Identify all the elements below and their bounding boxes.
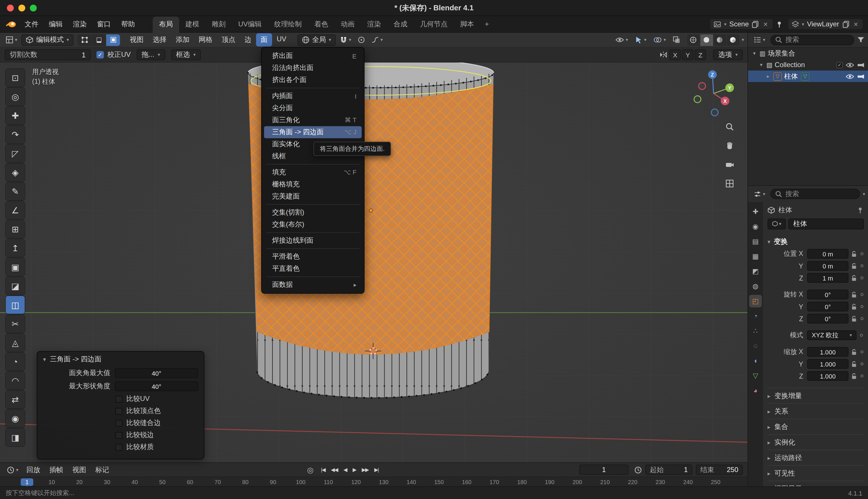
menu-item[interactable]: 栅格填充 ▸ [264,178,362,191]
tool-button[interactable]: ✂ [6,315,25,333]
menu-item[interactable]: 焊接边线到面 ▸ [264,234,362,247]
viewport-menu[interactable]: 顶点 [217,33,240,47]
tool-button[interactable]: ⊞ [6,220,25,238]
editor-type-button[interactable]: ▾ [3,35,20,45]
frame-start-field[interactable]: 起始 1 [645,465,692,475]
properties-tab[interactable]: ◍ [749,280,762,293]
cuts-number-field[interactable]: 切割次数 1 [4,49,91,60]
checkbox-row[interactable]: 比较UV [37,393,204,405]
camera-visibility-icon[interactable] [857,61,865,69]
viewlayer-selector[interactable]: ▾ ViewLayer ✕ [788,19,864,30]
workspace-tab[interactable]: 脚本 [454,16,480,33]
number-field[interactable]: 0 m [807,261,848,271]
blender-logo-icon[interactable] [6,20,16,28]
number-field[interactable]: 0 m [807,249,848,259]
animate-dot-icon[interactable] [860,305,864,308]
tool-button[interactable]: ◔ [6,353,25,370]
orientation-dropdown[interactable]: 全局 ▾ [297,34,335,46]
xray-toggle[interactable] [670,35,682,45]
snap-toggle[interactable]: ▾ [337,35,353,45]
close-window-button[interactable] [7,4,14,11]
properties-tab[interactable]: ◕ [749,384,762,397]
exclude-checkbox[interactable]: ✓ [836,62,843,68]
number-field[interactable]: 1.000 [807,359,848,369]
panel-section[interactable]: ▸ 关系 [768,403,864,419]
shading-solid-button[interactable] [700,34,713,46]
properties-tab[interactable]: ∴ [749,325,762,337]
tool-button[interactable]: ◸ [6,145,25,162]
transport-button[interactable]: ◀◀ [328,466,341,474]
number-field[interactable]: 1.000 [807,347,848,357]
animate-dot-icon[interactable] [860,334,863,337]
workspace-tab[interactable]: 几何节点 [414,16,454,33]
expand-arrow-icon[interactable]: ▾ [751,50,757,56]
menubar-menu[interactable]: 帮助 [116,17,140,31]
timeline-menu[interactable]: 标记 [91,464,114,476]
panel-section[interactable]: ▸ 集合 [768,419,864,434]
eye-icon[interactable] [846,62,854,68]
copy-viewlayer-icon[interactable] [842,20,849,28]
options-dropdown[interactable]: 选项 ▾ [713,49,743,60]
properties-tab[interactable]: ◖ [749,354,762,367]
workspace-tab[interactable]: 着色 [308,16,334,33]
outliner-editor-type-button[interactable]: ▾ [751,35,768,45]
menu-item[interactable]: 完美建面 ▸ [264,191,362,203]
menu-item[interactable]: 沿法向挤出面 ▸ [264,62,362,74]
number-field[interactable]: 0° [807,302,848,312]
timeline-menu[interactable]: 视图 [68,464,91,476]
tool-button[interactable]: ↷ [6,126,25,143]
panel-section[interactable]: ▸ 视图显示 [768,480,864,486]
menu-item[interactable]: 内插面 I ▸ [264,90,362,102]
minimize-window-button[interactable] [19,4,25,11]
menu-item[interactable]: 平直着色 ▸ [264,263,362,275]
workspace-tab[interactable]: 动画 [334,16,361,33]
lock-icon[interactable] [851,291,857,298]
timeline-ruler[interactable]: 1020304050607080901001101201301401501601… [0,477,747,487]
object-name-field[interactable]: 柱体 [788,218,864,229]
timeline-menu[interactable]: 插帧 [45,464,68,476]
axis-neg-x-ball[interactable] [699,83,705,89]
transport-button[interactable]: ▶ [349,466,359,474]
panel-section[interactable]: ▸ 实例化 [768,434,864,450]
camera-view-icon[interactable] [722,158,737,171]
menubar-menu[interactable]: 窗口 [92,17,116,31]
animate-dot-icon[interactable] [860,375,864,377]
checkbox-row[interactable]: 比较顶点色 [37,405,204,417]
transport-button[interactable]: ▶▶ [359,466,371,474]
zoom-window-button[interactable] [30,4,37,11]
properties-tab[interactable]: ◰ [749,295,762,307]
menu-item[interactable]: 面三角化 ⌘ T ▸ [264,114,362,126]
drag-dropdown[interactable]: 拖... ▾ [136,49,165,60]
workspace-tab[interactable]: UV编辑 [232,16,268,33]
number-field[interactable]: 1.000 [807,371,848,381]
animate-dot-icon[interactable] [860,277,864,279]
edge-select-button[interactable] [92,34,106,46]
mirror-axis-button[interactable]: X [669,49,681,60]
pan-hand-icon[interactable] [722,139,737,153]
pin-icon[interactable] [857,206,864,214]
number-field[interactable]: 0° [807,290,848,300]
lock-icon[interactable] [851,263,857,269]
menu-item[interactable]: 尖分面 ▸ [264,102,362,114]
tool-button[interactable]: ◨ [6,428,25,446]
tool-button[interactable]: ◉ [6,410,25,427]
properties-tab[interactable]: ▤ [749,235,762,248]
angle-field[interactable]: 40° [115,381,198,391]
properties-tab[interactable]: ◉ [749,220,762,233]
panel-section[interactable]: ▸ 可见性 [768,465,864,480]
lock-icon[interactable] [851,373,857,379]
number-field[interactable]: 1 m [807,273,848,283]
animate-dot-icon[interactable] [860,351,864,353]
visibility-dropdown[interactable]: ▾ [613,36,630,44]
angle-field[interactable]: 40° [115,368,198,378]
lock-icon[interactable] [851,349,857,355]
zoom-icon[interactable] [722,120,737,134]
mirror-axis-button[interactable]: Y [682,49,693,60]
transport-button[interactable]: ◀ [341,466,350,474]
tool-button[interactable]: ↥ [6,239,25,257]
mirror-axis-button[interactable]: Z [694,49,706,60]
transport-button[interactable]: ▶| [371,466,381,474]
vertex-select-button[interactable] [78,34,91,46]
copy-scene-icon[interactable] [752,20,759,28]
lock-icon[interactable] [851,303,857,310]
